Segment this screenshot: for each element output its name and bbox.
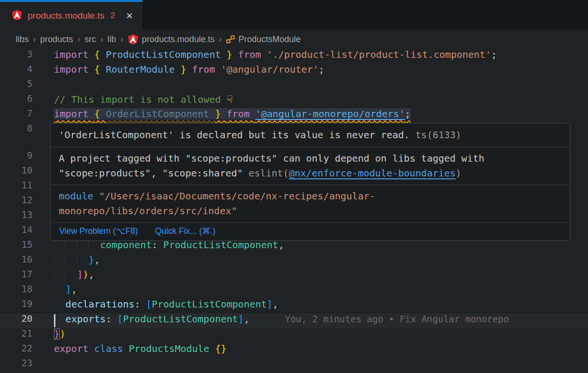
line-number: 10 xyxy=(0,165,32,180)
indent-guide xyxy=(54,254,65,265)
breadcrumb-item-src[interactable]: src xyxy=(85,34,96,44)
error-underlined-statement[interactable]: import { OrderListComponent } from '@ang… xyxy=(54,108,411,120)
code-token: OrderListComponent xyxy=(106,108,215,120)
line-number: 20 xyxy=(0,313,32,328)
vscode-window: products.module.ts 2 × libs›products›src… xyxy=(0,0,588,373)
breadcrumb-label: products.module.ts xyxy=(142,34,214,44)
code-token: ] xyxy=(65,284,71,295)
line-content[interactable]: // This import is not allowed ☟ xyxy=(32,93,588,108)
code-line-6: 6// This import is not allowed ☟ xyxy=(0,93,588,108)
code-token: : xyxy=(106,313,117,325)
eslint-rule-link[interactable]: @nx/enforce-module-boundaries xyxy=(289,167,456,179)
indent-guide xyxy=(65,254,77,265)
line-content[interactable]: import { RouterModule } from '@angular/r… xyxy=(32,64,588,78)
line-content[interactable] xyxy=(32,358,588,373)
breadcrumb-item-products-module-ts[interactable]: products.module.ts xyxy=(128,34,214,45)
line-content[interactable]: import { ProductListComponent } from './… xyxy=(32,49,588,64)
code-token: [ xyxy=(146,298,152,310)
tooltip-actions: View Problem (⌥F8)Quick Fix... (⌘.) xyxy=(51,222,570,241)
code-token: : xyxy=(135,298,146,310)
breadcrumb-separator: › xyxy=(100,34,103,44)
code-token: import xyxy=(54,108,94,120)
indent-guide xyxy=(65,269,77,280)
code-token: ProductListComponent xyxy=(152,298,267,310)
breadcrumb-label: lib xyxy=(107,34,116,44)
code-token: ts(6133) xyxy=(410,129,461,141)
code-token: , xyxy=(71,284,77,295)
line-content[interactable]: import { OrderListComponent } from '@ang… xyxy=(32,108,588,123)
breadcrumb-label: products xyxy=(40,34,73,44)
code-token: import xyxy=(54,64,94,75)
line-number: 9 xyxy=(0,150,32,165)
line-content[interactable] xyxy=(32,78,588,93)
line-number: 18 xyxy=(0,284,32,298)
code-token: {} xyxy=(215,343,226,354)
code-token: ; xyxy=(491,49,497,60)
line-number: 4 xyxy=(0,64,32,78)
line-number: 8 xyxy=(0,123,32,138)
code-line-5: 5 xyxy=(0,78,588,93)
code-token: from xyxy=(192,64,221,75)
line-content[interactable]: exports: [ProductListComponent],You, 2 m… xyxy=(32,313,588,328)
code-token: A project tagged with "scope:products" c… xyxy=(59,153,484,164)
code-token: // This import is not allowed xyxy=(54,94,226,105)
code-line-21: 21}) xyxy=(0,328,588,343)
code-line-18: 18 ], xyxy=(0,284,588,298)
breadcrumb-separator: › xyxy=(120,34,123,44)
module-path-link[interactable]: '@angular-monorepo/orders' xyxy=(255,108,405,120)
line-number: 13 xyxy=(0,209,32,224)
line-content[interactable]: component: ProductListComponent, xyxy=(32,239,588,254)
code-token: ProductListComponent xyxy=(106,49,226,60)
problems-count-badge: 2 xyxy=(111,11,115,21)
tooltip-text-line: "scope:products", "scope:shared" eslint(… xyxy=(59,166,562,181)
code-line-23: 23 xyxy=(0,358,588,373)
breadcrumb-item-productsmodule[interactable]: ProductsModule xyxy=(226,34,300,44)
code-token: module xyxy=(59,190,99,202)
code-token: './product-list/product-list.component' xyxy=(267,49,492,60)
breadcrumb-item-lib[interactable]: lib xyxy=(107,34,116,44)
code-line-15: 15 component: ProductListComponent, xyxy=(0,239,588,254)
code-line-20: 20 exports: [ProductListComponent],You, … xyxy=(0,313,588,328)
tab-products-module[interactable]: products.module.ts 2 × xyxy=(0,0,142,30)
line-number: 19 xyxy=(0,298,32,313)
code-token: ] xyxy=(238,313,244,325)
code-token: , xyxy=(88,269,94,280)
quick-fix-link[interactable]: Quick Fix... (⌘.) xyxy=(155,225,215,237)
tooltip-text-line: A project tagged with "scope:products" c… xyxy=(59,151,562,166)
breadcrumb-label: src xyxy=(85,34,96,44)
breadcrumb-item-products[interactable]: products xyxy=(40,34,73,44)
breadcrumb-separator: › xyxy=(33,34,36,44)
line-number: 6 xyxy=(0,93,32,108)
code-token: export xyxy=(54,343,94,354)
git-blame-annotation: You, 2 minutes ago • Fix Angular monorep… xyxy=(249,314,509,324)
line-content[interactable]: }, xyxy=(32,254,588,269)
line-number: 14 xyxy=(0,224,32,239)
line-content[interactable]: ]), xyxy=(32,269,588,284)
code-token: } xyxy=(88,254,94,265)
code-token: RouterModule xyxy=(106,64,181,75)
code-token: , xyxy=(94,254,100,265)
line-number: 21 xyxy=(0,328,32,343)
code-token: declarations xyxy=(65,298,135,310)
code-token: ProductsModule xyxy=(129,343,215,354)
tooltip-text-line: monorepo/libs/orders/src/index" xyxy=(59,204,562,219)
close-icon[interactable]: × xyxy=(126,10,133,22)
line-number: 15 xyxy=(0,239,32,254)
view-problem-link[interactable]: View Problem (⌥F8) xyxy=(59,225,138,237)
code-token: '@angular/router' xyxy=(221,64,319,75)
tooltip-message-1: 'OrderListComponent' is declared but its… xyxy=(51,123,570,147)
code-line-19: 19 declarations: [ProductListComponent], xyxy=(0,298,588,313)
line-content[interactable]: ], xyxy=(32,284,588,298)
line-content[interactable]: export class ProductsModule {} xyxy=(32,343,588,358)
code-line-17: 17 ]), xyxy=(0,269,588,284)
breadcrumb: libs›products›src›lib›products.module.ts… xyxy=(0,30,588,49)
breadcrumb-item-libs[interactable]: libs xyxy=(16,34,29,44)
code-token: ] xyxy=(267,298,273,310)
line-content[interactable]: declarations: [ProductListComponent], xyxy=(32,298,588,313)
angular-icon xyxy=(128,34,139,45)
line-content[interactable]: }) xyxy=(32,328,588,343)
code-token: from xyxy=(226,108,255,120)
code-token: ; xyxy=(319,64,324,75)
code-token: { xyxy=(94,64,106,75)
line-number: 22 xyxy=(0,343,32,358)
